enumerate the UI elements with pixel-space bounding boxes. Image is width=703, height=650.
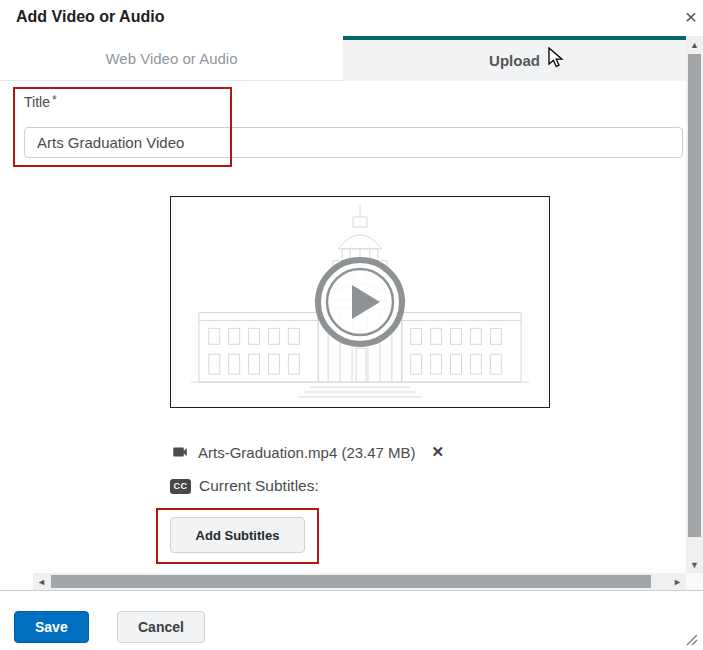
uploaded-file-row: Arts-Graduation.mp4 (23.47 MB) ✕ <box>170 440 444 464</box>
scroll-down-icon[interactable]: ▼ <box>686 556 703 573</box>
title-input[interactable] <box>24 127 683 158</box>
scrollbar-corner <box>686 573 703 590</box>
close-icon[interactable]: × <box>679 4 703 30</box>
title-label-text: Title <box>24 94 50 110</box>
footer-divider <box>0 590 703 591</box>
video-preview-frame <box>170 196 550 408</box>
h-scroll-thumb[interactable] <box>51 575 651 588</box>
current-subtitles-row: CC Current Subtitles: <box>170 475 319 497</box>
h-scroll-track[interactable] <box>50 573 669 590</box>
vertical-scrollbar[interactable]: ▲ ▼ <box>686 36 703 573</box>
page-title: Add Video or Audio <box>16 8 164 26</box>
save-button[interactable]: Save <box>14 611 89 643</box>
current-subtitles-label: Current Subtitles: <box>199 477 319 495</box>
horizontal-scrollbar[interactable]: ◄ ► <box>33 573 686 590</box>
tab-bar: Web Video or Audio Upload <box>0 36 686 81</box>
remove-file-icon[interactable]: ✕ <box>432 443 445 461</box>
v-scroll-track[interactable] <box>686 53 703 556</box>
tab-upload[interactable]: Upload <box>343 36 686 81</box>
add-video-audio-dialog: Add Video or Audio × Web Video or Audio … <box>0 0 703 650</box>
closed-captions-icon: CC <box>170 479 191 494</box>
tab-web-video-or-audio[interactable]: Web Video or Audio <box>0 36 343 81</box>
cancel-button[interactable]: Cancel <box>117 611 205 643</box>
video-camera-icon <box>170 443 190 461</box>
scroll-up-icon[interactable]: ▲ <box>686 36 703 53</box>
scroll-left-icon[interactable]: ◄ <box>33 573 50 590</box>
title-label: Title* <box>24 94 57 110</box>
play-button-icon[interactable] <box>310 252 410 352</box>
v-scroll-thumb[interactable] <box>688 54 701 537</box>
file-name-label: Arts-Graduation.mp4 (23.47 MB) <box>198 444 416 461</box>
required-asterisk: * <box>52 93 57 107</box>
add-subtitles-button[interactable]: Add Subtitles <box>170 517 305 553</box>
resize-handle[interactable] <box>684 632 700 648</box>
scroll-right-icon[interactable]: ► <box>669 573 686 590</box>
